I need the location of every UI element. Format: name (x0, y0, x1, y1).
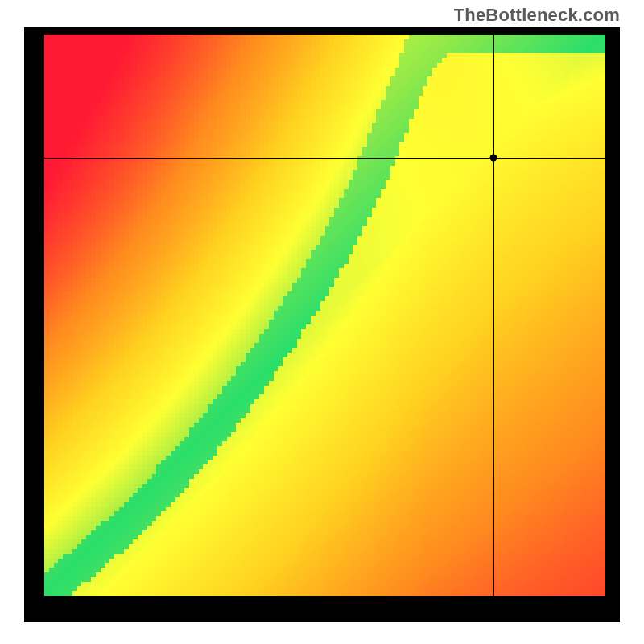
plot-frame (24, 27, 620, 622)
chart-container: TheBottleneck.com (0, 0, 644, 644)
selection-marker-dot (489, 155, 497, 162)
plot-area (44, 35, 605, 596)
watermark-label: TheBottleneck.com (454, 5, 620, 26)
crosshair-horizontal (44, 158, 605, 159)
heatmap-canvas (44, 35, 605, 596)
crosshair-vertical (493, 35, 494, 596)
